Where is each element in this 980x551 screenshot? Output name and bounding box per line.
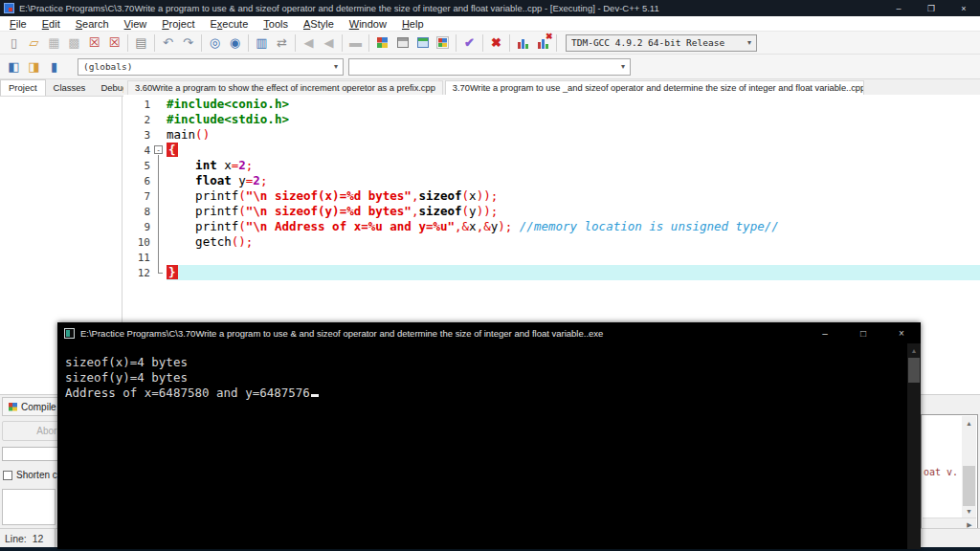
compile-log-icon xyxy=(9,403,17,411)
menu-file[interactable]: File xyxy=(2,18,34,30)
print-button[interactable]: ▤ xyxy=(131,33,151,53)
save-icon: ▦ xyxy=(48,36,59,49)
console-window: E:\Practice Programs\C\3.70Write a progr… xyxy=(57,322,921,549)
compile-run-button[interactable] xyxy=(412,33,433,53)
console-scroll-up-icon[interactable]: ▲ xyxy=(907,343,921,357)
toolbar-separator xyxy=(509,34,510,52)
members-combo[interactable]: ▾ xyxy=(348,58,631,76)
menu-project[interactable]: Project xyxy=(154,18,202,30)
abort-button[interactable]: ✖ xyxy=(486,33,506,53)
redo-button[interactable]: ↷ xyxy=(178,33,198,53)
menu-search[interactable]: Search xyxy=(68,18,117,30)
profile-button[interactable] xyxy=(513,33,533,53)
left-panel-tabs: Project Classes Debug xyxy=(0,79,123,97)
pin-button[interactable]: ▬ xyxy=(345,33,366,53)
profile-chart-icon xyxy=(518,37,529,49)
status-line-indicator: Line: 12 xyxy=(0,529,56,547)
menu-astyle[interactable]: AStyle xyxy=(296,18,342,30)
compile-log-output: oat v. ▲ ▼ ▶ xyxy=(921,414,978,533)
tab-classes[interactable]: Classes xyxy=(46,80,94,96)
console-line: sizeof(y)=4 bytes xyxy=(65,370,907,386)
close-file-icon: ☒ xyxy=(89,36,100,49)
compile-log-fragment: oat v. xyxy=(924,467,958,477)
new-file-button[interactable]: ▯ xyxy=(4,33,24,53)
console-minimize-button[interactable]: – xyxy=(806,322,844,343)
goto-definition-button[interactable]: ◨ xyxy=(24,57,44,77)
scroll-up-icon[interactable]: ▲ xyxy=(962,416,976,430)
save-all-icon: ▩ xyxy=(68,36,79,49)
redo-icon: ↷ xyxy=(183,36,193,49)
goto-declaration-button[interactable]: ◧ xyxy=(4,57,24,77)
compile-button[interactable] xyxy=(372,33,392,53)
close-file-button[interactable]: ☒ xyxy=(84,33,104,53)
class-browser-button[interactable]: ▮ xyxy=(44,57,64,77)
tab-compile-log[interactable]: Compile xyxy=(2,397,63,416)
open-button[interactable]: ▱ xyxy=(24,33,44,53)
code-lines: #include<conio.h>#include<stdio.h>main()… xyxy=(167,97,980,280)
editor-tab-360[interactable]: 3.60Write a program to show the effect o… xyxy=(127,80,443,95)
save-button[interactable]: ▦ xyxy=(44,33,64,53)
open-folder-icon: ▱ xyxy=(30,36,39,49)
replace-button[interactable]: ▥ xyxy=(252,33,272,53)
find-button[interactable]: ◎ xyxy=(205,33,225,53)
delete-profile-button[interactable] xyxy=(533,33,553,53)
console-app-icon xyxy=(64,328,75,339)
menu-view[interactable]: View xyxy=(117,18,155,30)
save-all-button[interactable]: ▩ xyxy=(64,33,84,53)
close-button[interactable]: × xyxy=(947,0,980,16)
chevron-down-icon: ▾ xyxy=(747,38,751,47)
toolbar-separator xyxy=(154,34,155,52)
menu-edit[interactable]: Edit xyxy=(34,18,68,30)
globals-combo-value: (globals) xyxy=(83,61,334,72)
menu-window[interactable]: Window xyxy=(342,18,394,30)
toolbar-separator xyxy=(556,34,557,52)
devcpp-window: E:\Practice Programs\C\3.70Write a progr… xyxy=(0,0,980,551)
replace-icon: ▥ xyxy=(256,36,267,49)
console-output[interactable]: sizeof(x)=4 bytes sizeof(y)=4 bytes Addr… xyxy=(57,343,907,549)
console-scrollbar[interactable]: ▲ xyxy=(907,343,921,549)
run-button[interactable] xyxy=(392,33,412,53)
tab-project[interactable]: Project xyxy=(0,79,46,96)
close-all-button[interactable]: ☒ xyxy=(104,33,124,53)
editor-gutter: 1234-56789101112 xyxy=(123,97,167,280)
new-file-icon: ▯ xyxy=(11,36,17,49)
undo-button[interactable]: ↶ xyxy=(158,33,178,53)
back-button[interactable]: ◀ xyxy=(299,33,319,53)
compiler-select[interactable]: TDM-GCC 4.9.2 64-bit Release ▾ xyxy=(566,34,757,52)
chevron-down-icon: ▾ xyxy=(334,62,338,71)
toolbar-separator xyxy=(295,34,296,52)
shorten-paths-checkbox[interactable]: Shorten c xyxy=(3,470,57,480)
console-line: sizeof(x)=4 bytes xyxy=(65,355,907,370)
scrollbar-thumb[interactable] xyxy=(963,466,975,506)
goto-definition-icon: ◨ xyxy=(28,60,39,73)
menu-execute[interactable]: Execute xyxy=(203,18,256,30)
compile-run-icon xyxy=(417,37,429,48)
class-browse-toolbar: ◧ ◨ ▮ (globals) ▾ ▾ xyxy=(0,55,980,79)
console-maximize-button[interactable]: □ xyxy=(844,322,882,343)
compile-icon xyxy=(377,37,388,48)
restore-button[interactable]: ❐ xyxy=(915,0,947,16)
menu-help[interactable]: Help xyxy=(394,18,432,30)
syntax-check-button[interactable]: ✔ xyxy=(459,33,479,53)
scroll-down-icon[interactable]: ▼ xyxy=(962,504,976,518)
globals-combo[interactable]: (globals) ▾ xyxy=(78,58,344,76)
console-cursor xyxy=(311,394,319,397)
checkbox-icon xyxy=(3,471,12,480)
compile-log-box xyxy=(2,489,56,525)
toolbar-separator xyxy=(456,34,457,52)
title-bar: E:\Practice Programs\C\3.70Write a progr… xyxy=(0,0,980,16)
console-scrollbar-thumb[interactable] xyxy=(908,358,920,383)
console-close-button[interactable]: × xyxy=(882,322,921,343)
editor-tab-370[interactable]: 3.70Write a program to use _and sizeof o… xyxy=(445,80,864,95)
menu-tools[interactable]: Tools xyxy=(256,18,296,30)
window-title: E:\Practice Programs\C\3.70Write a progr… xyxy=(19,3,882,13)
forward-button[interactable]: ◀ xyxy=(319,33,339,53)
log-vertical-scrollbar[interactable]: ▲ ▼ xyxy=(962,416,976,518)
console-line: Address of x=6487580 and y=6487576 xyxy=(65,386,907,401)
find-in-files-button[interactable]: ◉ xyxy=(225,33,245,53)
swap-header-source-button[interactable]: ⇄ xyxy=(272,33,292,53)
undo-icon: ↶ xyxy=(163,36,173,49)
minimize-button[interactable]: – xyxy=(882,0,915,16)
rebuild-button[interactable] xyxy=(433,33,453,53)
console-title-bar[interactable]: E:\Practice Programs\C\3.70Write a progr… xyxy=(57,322,921,343)
